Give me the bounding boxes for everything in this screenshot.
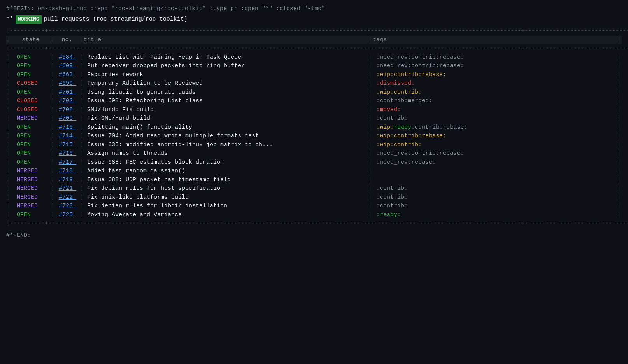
pr-link[interactable]: #722: [59, 194, 76, 201]
table-row: | OPEN | #714 | Issue 704: Added read_wr…: [6, 132, 622, 141]
no-cell: #663: [55, 71, 79, 80]
tag: contrib: [411, 54, 436, 61]
table-row: | OPEN | #716 | Assign names to threads …: [6, 149, 622, 158]
tag: :contrib:: [376, 185, 408, 192]
tags-cell: :wip:contrib:: [373, 88, 617, 97]
pr-link[interactable]: #721: [59, 185, 76, 192]
pr-link[interactable]: #699: [59, 80, 76, 87]
title-cell: Moving Average and Variance: [84, 211, 368, 220]
pr-link[interactable]: #716: [59, 150, 76, 157]
no-cell: #722: [55, 193, 79, 202]
no-cell: #584: [55, 53, 79, 62]
title-cell: Temporary Addition to be Reviewed: [84, 79, 368, 88]
no-cell: #715: [55, 141, 79, 150]
table-row: | MERGED | #722 | Fix unix-like platform…: [6, 193, 622, 202]
state-cell: MERGED: [11, 114, 50, 123]
table-row: | OPEN | #717 | Issue 688: FEC estimates…: [6, 158, 622, 167]
tags-cell: :need_rev:contrib:rebase:: [373, 62, 617, 71]
tag: :contrib:rebase:: [411, 124, 467, 131]
title-cell: GNU/Hurd: Fix build: [84, 106, 368, 115]
title-cell: Fix GNU/Hurd build: [84, 114, 368, 123]
no-cell: #699: [55, 79, 79, 88]
end-comment: #*+END:: [6, 231, 622, 240]
state-cell: MERGED: [11, 184, 50, 193]
state-cell: OPEN: [11, 53, 50, 62]
table-row: | MERGED | #721 | Fix debian rules for h…: [6, 184, 622, 193]
state-cell: CLOSED: [11, 79, 50, 88]
tags-cell: [373, 167, 617, 176]
table-row: | OPEN | #663 | Factories rework | :wip:…: [6, 71, 622, 80]
no-cell: #718: [55, 167, 79, 176]
tag: :need_rev:contrib:rebase:: [376, 63, 464, 69]
no-cell: #725: [55, 211, 79, 220]
state-cell: CLOSED: [11, 106, 50, 115]
working-stars: **: [6, 15, 13, 24]
title-cell: Issue 704: Added read_write_multiple_for…: [84, 132, 368, 141]
tag: ready: [394, 124, 411, 131]
no-cell: #717: [55, 158, 79, 167]
no-cell: #723: [55, 202, 79, 211]
pr-link[interactable]: #584: [59, 54, 76, 61]
pr-link[interactable]: #663: [59, 72, 76, 78]
state-cell: OPEN: [11, 62, 50, 71]
tags-cell: :contrib:: [373, 184, 617, 193]
tag: :contrib:merged:: [376, 98, 432, 104]
tag: :ready:: [376, 212, 401, 218]
tags-cell: :wip:contrib:: [373, 141, 617, 150]
title-cell: Issue 688: FEC estimates block duration: [84, 158, 368, 167]
pr-link[interactable]: #609: [59, 63, 76, 69]
title-cell: Issue 688: UDP packet has timestamp fiel…: [84, 176, 368, 185]
no-cell: #719: [55, 176, 79, 185]
tags-cell: :contrib:: [373, 202, 617, 211]
tag: :need_rev:rebase:: [376, 159, 436, 166]
state-cell: OPEN: [11, 211, 50, 220]
pr-link[interactable]: #708: [59, 107, 76, 113]
title-cell: Assign names to threads: [84, 149, 368, 158]
terminal-output: #*BEGIN: om-dash-github :repo "roc-strea…: [6, 5, 622, 240]
tag: :need_rev:contrib:rebase:: [376, 150, 464, 157]
state-cell: OPEN: [11, 141, 50, 150]
col-header-tags: tags: [373, 36, 617, 45]
pr-link[interactable]: #702: [59, 98, 76, 104]
state-cell: OPEN: [11, 158, 50, 167]
tags-cell: :contrib:: [373, 193, 617, 202]
state-cell: OPEN: [11, 88, 50, 97]
pr-link[interactable]: #709: [59, 115, 76, 122]
tags-cell: :dismissed:: [373, 79, 617, 88]
tag: :dismissed:: [376, 80, 415, 87]
title-cell: Added fast_random_gaussian(): [84, 167, 368, 176]
pr-link[interactable]: #718: [59, 168, 76, 174]
state-cell: MERGED: [11, 193, 50, 202]
col-header-title: title: [84, 36, 368, 45]
tag: :contrib:: [376, 115, 408, 122]
pr-link[interactable]: #717: [59, 159, 76, 166]
no-cell: #702: [55, 97, 79, 106]
tag: :moved:: [376, 107, 401, 113]
working-line: ** WORKING pull requests (roc-streaming/…: [6, 15, 622, 24]
table-row: | OPEN | #725 | Moving Average and Varia…: [6, 211, 622, 220]
state-cell: MERGED: [11, 167, 50, 176]
state-cell: OPEN: [11, 71, 50, 80]
state-cell: MERGED: [11, 176, 50, 185]
pr-link[interactable]: #715: [59, 142, 76, 148]
tag: :rebase:: [436, 54, 464, 61]
pr-link[interactable]: #710: [59, 124, 76, 131]
tag: :wip:: [376, 124, 394, 131]
no-cell: #714: [55, 132, 79, 141]
pr-link[interactable]: #701: [59, 89, 76, 96]
tag: :wip:contrib:: [376, 89, 422, 96]
pr-link[interactable]: #714: [59, 133, 76, 139]
title-cell: Fix debian rules for host specification: [84, 184, 368, 193]
pr-table: |----------+--------+-------------------…: [6, 27, 622, 228]
title-cell: Issue 598: Refactoring List class: [84, 97, 368, 106]
pr-link[interactable]: #723: [59, 203, 76, 209]
no-cell: #701: [55, 88, 79, 97]
table-row: | CLOSED | #699 | Temporary Addition to …: [6, 79, 622, 88]
divider-bottom: |----------+--------+-------------------…: [6, 219, 622, 228]
table-row: | CLOSED | #702 | Issue 598: Refactoring…: [6, 97, 622, 106]
pr-link[interactable]: #725: [59, 212, 76, 218]
tag: :wip:contrib:rebase:: [376, 133, 446, 139]
tags-cell: :moved:: [373, 106, 617, 115]
state-cell: MERGED: [11, 202, 50, 211]
pr-link[interactable]: #719: [59, 177, 76, 183]
